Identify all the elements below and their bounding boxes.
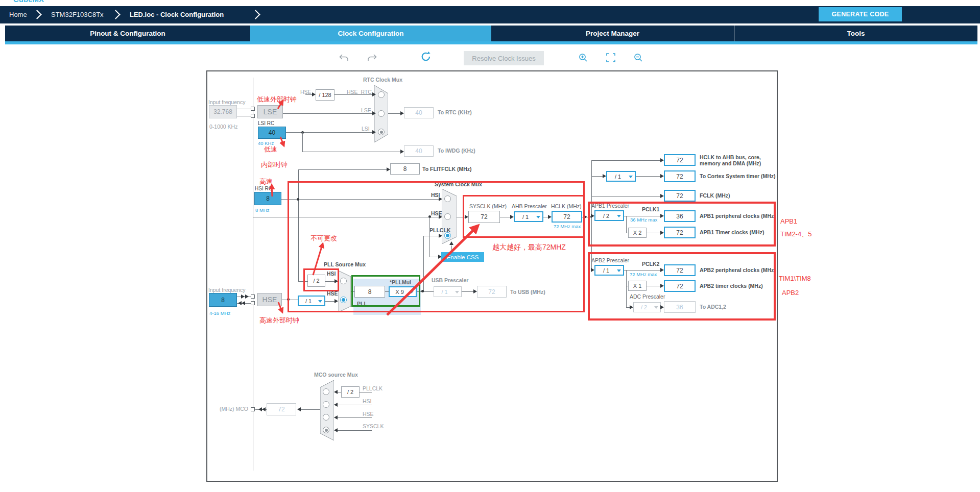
chevron-down-icon <box>455 291 459 293</box>
hse-range-label: 4-16 MHz <box>209 310 230 316</box>
hsi-freq-label: 8 MHz <box>255 207 269 213</box>
arrowhead <box>334 390 338 394</box>
hclk-ahb-bus-value-box[interactable]: 72 <box>664 154 696 166</box>
apb2-peripheral-value-box[interactable]: 72 <box>664 264 696 276</box>
breadcrumb-home[interactable]: Home <box>9 11 27 18</box>
wire <box>591 176 603 177</box>
mco-sysclk-radio[interactable] <box>323 427 329 433</box>
fclk-label: FCLK (MHz) <box>700 192 730 199</box>
mco-sysclk-label: SYSCLK <box>363 423 384 429</box>
pllmux-hse-radio[interactable] <box>340 297 347 303</box>
arrowhead <box>660 214 664 218</box>
sysmux-hsi-label: HSI <box>431 192 440 198</box>
hclk-value-box[interactable]: 72 <box>552 211 582 223</box>
pll-name-label: PLL <box>357 301 367 307</box>
arrowhead <box>334 428 338 432</box>
fclk-value-box[interactable]: 72 <box>664 190 696 202</box>
enable-css-button[interactable]: Enable CSS <box>441 252 484 262</box>
hclk-label: HCLK (MHz) <box>551 203 582 209</box>
ahb-prescaler-select[interactable]: / 1 <box>514 211 543 222</box>
arrowhead <box>660 268 664 272</box>
cortex-prescaler-select[interactable]: / 1 <box>606 171 636 182</box>
arrowhead <box>439 234 442 238</box>
breadcrumb-device[interactable]: STM32F103C8Tx <box>51 11 104 18</box>
annotation-internal: 内部时钟 <box>261 160 288 169</box>
chevron-down-icon <box>617 269 621 272</box>
arrowhead <box>312 92 316 96</box>
sysclk-value-box[interactable]: 72 <box>468 211 500 223</box>
usb-prescaler-value: / 1 <box>441 289 447 295</box>
pllmul-select[interactable]: X 9 <box>389 286 417 297</box>
apb2-prescaler-select[interactable]: / 1 <box>594 265 624 276</box>
redo-icon[interactable] <box>366 53 377 65</box>
resolve-clock-issues-button[interactable]: Resolve Clock Issues <box>464 51 544 65</box>
tab-clock-configuration[interactable]: Clock Configuration <box>250 26 491 41</box>
apb1-multiplier-box[interactable]: X 2 <box>628 228 647 238</box>
arrowhead <box>334 415 338 420</box>
rtc-mux-hse-radio[interactable] <box>378 91 385 98</box>
wire <box>288 217 289 300</box>
system-clock-mux-label: System Clock Mux <box>435 181 482 187</box>
pllmux-hsi-radio[interactable] <box>340 278 347 284</box>
hse-frequency-field[interactable]: 8 <box>209 293 237 307</box>
apb1-prescaler-select[interactable]: / 2 <box>594 210 624 221</box>
undo-icon[interactable] <box>339 53 350 65</box>
hsi-rc-box: 8 <box>254 192 281 205</box>
pllmux-hse-label: HSE <box>327 290 338 297</box>
apb2-timer-value-box[interactable]: 72 <box>664 280 696 292</box>
hse-divider-select[interactable]: / 1 <box>298 296 325 306</box>
apb1-max-label: 36 MHz max <box>630 217 657 223</box>
tab-project-manager[interactable]: Project Manager <box>491 26 734 41</box>
wire <box>543 217 548 217</box>
cortex-timer-label: To Cortex System timer (MHz) <box>700 173 776 179</box>
arrowhead <box>400 150 404 154</box>
arrowhead <box>242 301 245 305</box>
refresh-icon[interactable] <box>420 51 432 65</box>
apb1-timer-value-box[interactable]: 72 <box>664 227 696 238</box>
arrowhead <box>372 92 376 96</box>
apb2-max-label: 72 MHz max <box>630 272 657 277</box>
generate-code-button[interactable]: GENERATE CODE <box>819 7 902 21</box>
sysclk-label: SYSCLK (MHz) <box>469 203 507 209</box>
wire <box>338 417 372 418</box>
wire <box>624 216 660 216</box>
sysmux-hse-radio[interactable] <box>444 213 451 220</box>
tab-pinout-configuration[interactable]: Pinout & Configuration <box>5 26 250 41</box>
sysmux-pllclk-radio[interactable] <box>444 232 451 239</box>
apb2-prescaler-label: APB2 Prescaler <box>591 257 629 263</box>
connector-square <box>251 114 255 118</box>
arrowhead <box>591 214 594 218</box>
annotation-tim2-4-5: TIM2-4、5 <box>780 230 811 239</box>
mco-hse-radio[interactable] <box>323 414 329 421</box>
wire <box>298 281 308 282</box>
sysmux-hsi-radio[interactable] <box>444 195 451 202</box>
rtc-div128-box[interactable]: / 128 <box>316 89 334 101</box>
wire <box>636 176 660 177</box>
wire <box>325 281 334 282</box>
arrowhead <box>473 289 477 293</box>
mco-pllclk-radio[interactable] <box>323 388 329 395</box>
fit-screen-icon[interactable] <box>606 53 616 65</box>
to-usb-label: To USB (MHz) <box>510 289 545 295</box>
apb1-peripheral-value-box[interactable]: 36 <box>664 210 696 222</box>
mco-hsi-radio[interactable] <box>323 401 329 408</box>
wire <box>423 236 424 291</box>
flitfclk-value-box[interactable]: 8 <box>390 163 420 175</box>
adc-prescaler-value: / 2 <box>641 304 647 310</box>
rtc-mux-lsi-radio[interactable] <box>378 129 385 135</box>
pll-input-box[interactable]: 8 <box>354 286 385 298</box>
arrowhead <box>372 111 376 115</box>
rtc-mux-lse-radio[interactable] <box>378 110 385 117</box>
apb1-prescaler-value: / 2 <box>603 213 609 219</box>
cortex-timer-value-box[interactable]: 72 <box>664 170 696 182</box>
wire <box>388 113 400 114</box>
tab-tools[interactable]: Tools <box>734 26 977 41</box>
apb2-multiplier-box[interactable]: X 1 <box>628 281 647 291</box>
zoom-in-icon[interactable] <box>578 53 588 65</box>
arrowhead <box>334 403 338 407</box>
zoom-out-icon[interactable] <box>633 53 643 65</box>
mco-source-mux-label: MCO source Mux <box>314 372 358 378</box>
apb2-peripheral-label: APB2 peripheral clocks (MHz) <box>700 267 776 273</box>
tab-underline <box>5 41 977 44</box>
wire <box>305 94 312 95</box>
